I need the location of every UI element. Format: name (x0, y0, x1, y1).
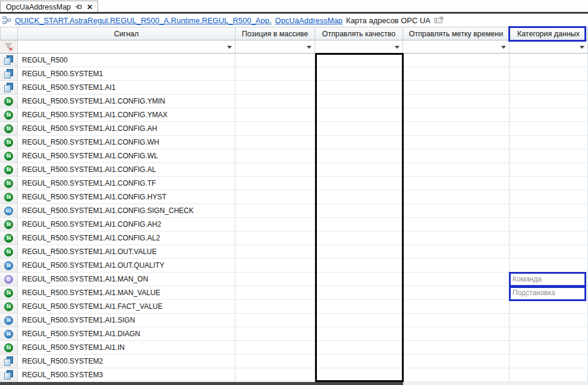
send-quality-cell[interactable] (315, 67, 403, 81)
category-cell[interactable] (510, 368, 588, 382)
category-cell[interactable] (510, 81, 588, 95)
column-header-send-timestamp[interactable]: Отправлять метку времени (403, 27, 510, 40)
signal-cell[interactable]: REGUL_R500.SYSTEM1.AI1.CONFIG.AL (18, 163, 235, 177)
category-cell[interactable] (510, 314, 588, 327)
column-header-position[interactable]: Позиция в массиве (235, 27, 315, 40)
send-timestamp-cell[interactable] (403, 81, 510, 95)
position-cell[interactable] (235, 245, 315, 259)
position-cell[interactable] (235, 273, 315, 286)
scrollbar-thumb[interactable] (0, 382, 403, 385)
signal-cell[interactable]: REGUL_R500.SYSTEM1.AI1.FACT_VALUE (18, 300, 235, 314)
filter-position-input[interactable] (235, 40, 315, 54)
send-timestamp-cell[interactable] (403, 218, 510, 231)
send-quality-cell[interactable] (315, 300, 403, 314)
send-quality-cell[interactable] (315, 286, 403, 300)
category-cell[interactable] (510, 122, 588, 136)
send-quality-cell[interactable] (315, 163, 403, 177)
send-timestamp-cell[interactable] (403, 108, 510, 122)
position-cell[interactable] (235, 122, 315, 136)
category-cell[interactable] (510, 327, 588, 341)
clear-filter-icon[interactable] (4, 42, 13, 51)
signal-cell[interactable]: REGUL_R500.SYSTEM1.AI1.CONFIG.TF (18, 177, 235, 190)
filter-send-timestamp-input[interactable] (403, 40, 510, 54)
column-header-category[interactable]: Категория данных (510, 27, 588, 40)
signal-cell[interactable]: REGUL_R500.SYSTEM1.AI1.CONFIG.WH (18, 136, 235, 149)
position-cell[interactable] (235, 327, 315, 341)
filter-signal-input[interactable] (18, 40, 235, 54)
category-cell[interactable] (510, 95, 588, 108)
column-header-send-quality[interactable]: Отправлять качество (315, 27, 403, 40)
signal-cell[interactable]: REGUL_R500.SYSTEM1.AI1.CONFIG.AH2 (18, 218, 235, 231)
send-quality-cell[interactable] (315, 81, 403, 95)
position-cell[interactable] (235, 190, 315, 204)
send-timestamp-cell[interactable] (403, 314, 510, 327)
send-timestamp-cell[interactable] (403, 300, 510, 314)
send-quality-cell[interactable] (315, 95, 403, 108)
position-cell[interactable] (235, 355, 315, 368)
send-quality-cell[interactable] (315, 245, 403, 259)
send-quality-cell[interactable] (315, 218, 403, 231)
position-cell[interactable] (235, 204, 315, 218)
position-cell[interactable] (235, 368, 315, 382)
send-timestamp-cell[interactable] (403, 136, 510, 149)
category-cell[interactable] (510, 149, 588, 163)
send-timestamp-cell[interactable] (403, 149, 510, 163)
signal-cell[interactable]: REGUL_R500.SYSTEM2 (18, 355, 235, 368)
send-timestamp-cell[interactable] (403, 231, 510, 245)
category-cell[interactable] (510, 67, 588, 81)
position-cell[interactable] (235, 149, 315, 163)
signal-cell[interactable]: REGUL_R500.SYSTEM1.AI1.MAN_VALUE (18, 286, 235, 300)
position-cell[interactable] (235, 177, 315, 190)
send-quality-cell[interactable] (315, 231, 403, 245)
rename-icon[interactable] (434, 17, 444, 24)
send-quality-cell[interactable] (315, 54, 403, 67)
signal-cell[interactable]: REGUL_R500.SYSTEM1.AI1.SIGN (18, 314, 235, 327)
horizontal-scrollbar[interactable] (0, 382, 588, 385)
clear-filter-cell[interactable] (0, 40, 18, 54)
send-quality-cell[interactable] (315, 136, 403, 149)
send-timestamp-cell[interactable] (403, 122, 510, 136)
tab-opcua-address-map[interactable]: OpcUaAddressMap ✕ (0, 1, 98, 12)
category-cell[interactable] (510, 259, 588, 273)
send-quality-cell[interactable] (315, 190, 403, 204)
signal-cell[interactable]: REGUL_R500.SYSTEM1.AI1.CONFIG.SIGN_CHECK (18, 204, 235, 218)
send-timestamp-cell[interactable] (403, 245, 510, 259)
category-cell[interactable] (510, 163, 588, 177)
send-timestamp-cell[interactable] (403, 368, 510, 382)
send-quality-cell[interactable] (315, 327, 403, 341)
send-timestamp-cell[interactable] (403, 327, 510, 341)
send-timestamp-cell[interactable] (403, 341, 510, 355)
category-cell[interactable] (510, 218, 588, 231)
send-timestamp-cell[interactable] (403, 190, 510, 204)
send-quality-cell[interactable] (315, 108, 403, 122)
signal-cell[interactable]: REGUL_R500.SYSTEM1.AI1.MAN_ON (18, 273, 235, 286)
send-timestamp-cell[interactable] (403, 355, 510, 368)
send-timestamp-cell[interactable] (403, 204, 510, 218)
category-cell[interactable] (510, 177, 588, 190)
position-cell[interactable] (235, 231, 315, 245)
position-cell[interactable] (235, 300, 315, 314)
pin-icon[interactable] (75, 3, 83, 11)
category-cell[interactable] (510, 231, 588, 245)
send-timestamp-cell[interactable] (403, 273, 510, 286)
send-quality-cell[interactable] (315, 122, 403, 136)
signal-cell[interactable]: REGUL_R500.SYSTEM1.AI1 (18, 81, 235, 95)
position-cell[interactable] (235, 218, 315, 231)
signal-cell[interactable]: REGUL_R500.SYSTEM1.AI1.DIAGN (18, 327, 235, 341)
send-timestamp-cell[interactable] (403, 177, 510, 190)
send-quality-cell[interactable] (315, 273, 403, 286)
breadcrumb-object-link[interactable]: OpcUaAddressMap (275, 16, 342, 25)
signal-cell[interactable]: REGUL_R500.SYSTEM1.AI1.CONFIG.YMAX (18, 108, 235, 122)
category-cell[interactable] (510, 54, 588, 67)
signal-cell[interactable]: REGUL_R500.SYSTEM1.AI1.IN (18, 341, 235, 355)
send-quality-cell[interactable] (315, 355, 403, 368)
category-cell[interactable] (510, 136, 588, 149)
send-quality-cell[interactable] (315, 259, 403, 273)
filter-dropdown-arrow[interactable] (395, 46, 400, 49)
filter-dropdown-arrow[interactable] (227, 46, 232, 49)
send-timestamp-cell[interactable] (403, 67, 510, 81)
category-cell[interactable] (510, 245, 588, 259)
signal-cell[interactable]: REGUL_R500.SYSTEM1.AI1.CONFIG.YMIN (18, 95, 235, 108)
signal-cell[interactable]: REGUL_R500.SYSTEM1.AI1.CONFIG.HYST (18, 190, 235, 204)
send-quality-cell[interactable] (315, 149, 403, 163)
